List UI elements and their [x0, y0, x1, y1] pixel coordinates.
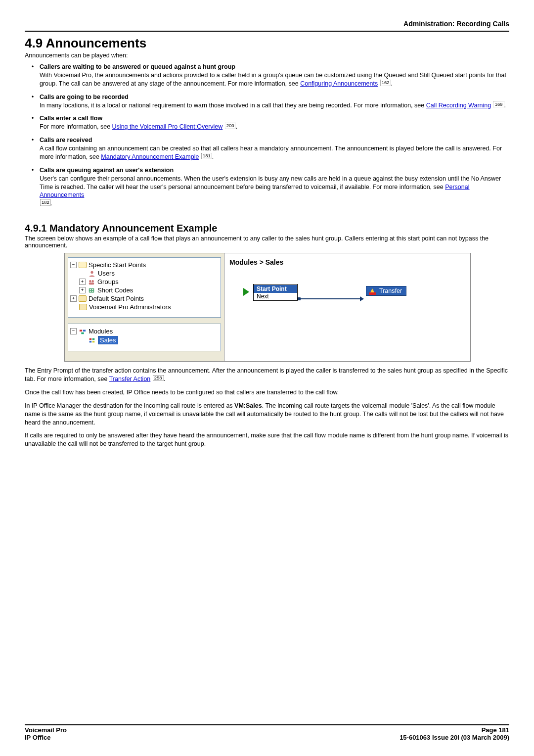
- link-configuring-announcements[interactable]: Configuring Announcements: [300, 80, 378, 87]
- user-icon: [88, 270, 96, 277]
- link-call-recording-warning[interactable]: Call Recording Warning: [426, 102, 491, 109]
- tree-item-groups[interactable]: + Groups: [70, 278, 219, 286]
- screenshot: − Specific Start Points Users + Groups: [64, 253, 471, 362]
- page: Administration: Recording Calls 4.9 Anno…: [0, 0, 534, 756]
- page-ref: 162: [380, 80, 391, 86]
- bullet-title: Calls are queuing against an user's exte…: [40, 167, 174, 174]
- wire: [301, 298, 360, 299]
- p3-bold: VM:Sales: [234, 402, 262, 409]
- folder-icon: [79, 295, 87, 302]
- paragraph: Once the call flow has been created, IP …: [25, 388, 509, 397]
- tree-item-users[interactable]: Users: [70, 269, 219, 278]
- arrowhead-icon: [360, 296, 364, 301]
- svg-rect-8: [92, 291, 93, 292]
- section-intro: Announcements can be played when:: [25, 52, 509, 59]
- svg-rect-13: [92, 338, 94, 340]
- p1-pre: The Entry Prompt of the transfer action …: [25, 367, 508, 382]
- breadcrumb: Modules > Sales: [229, 258, 465, 266]
- bullet-body: In many locations, it is a local or nati…: [40, 102, 426, 109]
- bullet-item: Calls are going to be recorded In many l…: [32, 93, 509, 110]
- footer-left-1: Voicemail Pro: [25, 726, 67, 734]
- page-ref: 200: [225, 123, 236, 129]
- header-rule: [25, 31, 509, 32]
- expand-icon[interactable]: +: [79, 287, 86, 293]
- screenshot-canvas-pane: Modules > Sales Start Point Next Transfe…: [224, 253, 470, 361]
- bullet-title: Calls enter a call flow: [40, 115, 102, 122]
- bullet-post: .: [51, 200, 52, 207]
- expand-icon[interactable]: +: [70, 295, 77, 302]
- tree-item-voicemail-pro-admins[interactable]: Voicemail Pro Administrators: [70, 303, 219, 311]
- folder-icon: [79, 262, 87, 269]
- transfer-node[interactable]: Transfer: [366, 286, 406, 296]
- tree-specific-start-points: − Specific Start Points Users + Groups: [68, 257, 221, 318]
- transfer-icon: [368, 287, 376, 295]
- link-mandatory-announcement-example[interactable]: Mandatory Announcement Example: [101, 153, 199, 160]
- modules-icon: [79, 328, 87, 335]
- play-icon: [243, 288, 249, 296]
- short-codes-icon: [88, 287, 95, 294]
- svg-rect-9: [80, 330, 82, 331]
- tree-module-sales[interactable]: Sales: [70, 335, 219, 345]
- svg-point-1: [89, 280, 91, 282]
- page-ref: 182: [40, 199, 51, 205]
- tree-selected-label: Sales: [98, 336, 118, 344]
- groups-icon: [88, 279, 95, 285]
- tree-modules-root[interactable]: − Modules: [70, 327, 219, 335]
- svg-rect-10: [83, 330, 86, 331]
- svg-rect-3: [89, 283, 94, 284]
- collapse-icon[interactable]: −: [70, 328, 77, 334]
- expand-icon[interactable]: +: [79, 279, 86, 285]
- callflow-canvas: Start Point Next Transfer: [229, 280, 465, 354]
- bullet-item: Calls are queuing against an user's exte…: [32, 166, 509, 208]
- collapse-icon[interactable]: −: [70, 262, 77, 268]
- bullet-title: Calls are going to be recorded: [40, 94, 129, 100]
- tree-item-label: Users: [98, 270, 115, 277]
- svg-rect-15: [92, 341, 94, 343]
- footer-right-1: Page 181: [482, 726, 509, 734]
- paragraph: If calls are required to only be answere…: [25, 431, 509, 448]
- link-vmpro-client-overview[interactable]: Using the Voicemail Pro Client:Overview: [112, 123, 223, 130]
- svg-rect-5: [90, 289, 91, 290]
- bullet-body: For more information, see: [40, 123, 112, 130]
- bullet-item: Calls enter a call flow For more informa…: [32, 114, 509, 131]
- page-ref: 169: [493, 101, 504, 107]
- footer-right-2: 15-601063 Issue 20l (03 March 2009): [400, 734, 509, 741]
- svg-rect-6: [92, 289, 93, 290]
- svg-rect-16: [369, 292, 376, 295]
- start-point-node[interactable]: Start Point Next: [253, 284, 298, 301]
- bullet-list: Callers are waiting to be answered or qu…: [32, 63, 509, 208]
- bullet-item: Callers are waiting to be answered or qu…: [32, 63, 509, 88]
- svg-point-2: [91, 280, 93, 282]
- paragraph: In IP Office Manager the destination for…: [25, 402, 509, 427]
- tree-item-label: Groups: [97, 278, 119, 285]
- module-item-icon: [88, 337, 96, 344]
- svg-rect-4: [89, 288, 94, 292]
- bullet-title: Callers are waiting to be answered or qu…: [40, 63, 235, 70]
- subsection-lead: The screen below shows an example of a c…: [25, 235, 509, 249]
- subsection-title: 4.9.1 Mandatory Announcement Example: [25, 223, 509, 234]
- header-right: Administration: Recording Calls: [25, 20, 509, 29]
- tree-item-default-start-points[interactable]: + Default Start Points: [70, 294, 219, 303]
- bullet-post: .: [212, 153, 214, 160]
- svg-rect-12: [89, 338, 91, 340]
- link-transfer-action[interactable]: Transfer Action: [109, 376, 151, 382]
- screenshot-tree-pane: − Specific Start Points Users + Groups: [65, 253, 224, 361]
- footer: Voicemail Pro Page 181 IP Office 15-6010…: [25, 724, 509, 741]
- svg-rect-14: [89, 341, 91, 343]
- svg-rect-11: [81, 332, 84, 334]
- bullet-body: With Voicemail Pro, the announcements an…: [40, 72, 506, 87]
- p3a: In IP Office Manager the destination for…: [25, 402, 234, 409]
- page-ref: 181: [201, 153, 212, 159]
- bullet-post: .: [504, 102, 506, 109]
- bullet-item: Calls are received A call flow containin…: [32, 136, 509, 161]
- bullet-post: .: [391, 80, 393, 87]
- tree-root-row[interactable]: − Specific Start Points: [70, 261, 219, 269]
- section-title: 4.9 Announcements: [25, 36, 509, 51]
- transfer-label: Transfer: [379, 287, 402, 294]
- tree-root-label: Specific Start Points: [89, 261, 146, 269]
- svg-point-0: [90, 271, 93, 273]
- tree-item-label: Voicemail Pro Administrators: [89, 303, 171, 311]
- footer-left-2: IP Office: [25, 734, 51, 741]
- tree-item-short-codes[interactable]: + Short Codes: [70, 286, 219, 294]
- bullet-post: .: [236, 123, 237, 130]
